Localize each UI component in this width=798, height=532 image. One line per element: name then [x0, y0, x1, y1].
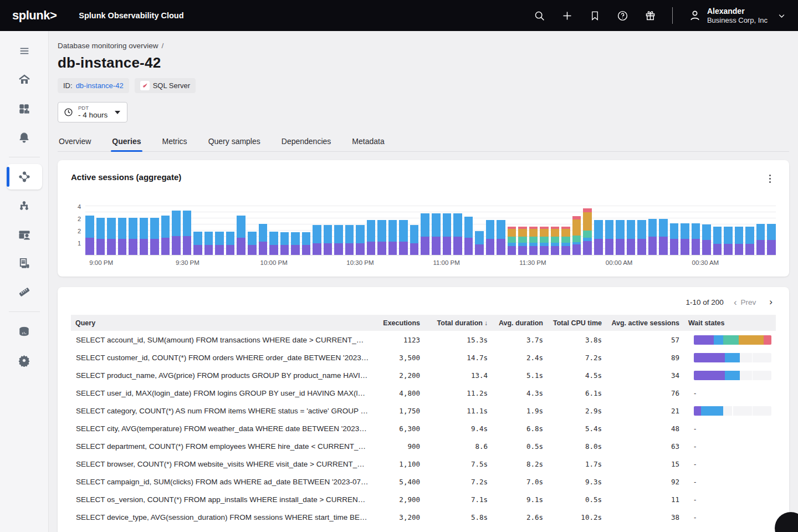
- splunk-logo[interactable]: splunk>: [12, 8, 57, 23]
- wait-states-cell: -: [684, 460, 776, 468]
- sidebar-item-metrics[interactable]: [7, 319, 42, 344]
- chart-bar: [756, 224, 765, 255]
- apm-icon: [18, 170, 31, 183]
- chart-bar: [96, 218, 105, 255]
- database-icon: [18, 325, 30, 338]
- table-row[interactable]: SELECT campaign_id, SUM(clicks) FROM ads…: [71, 473, 776, 490]
- prev-page-button[interactable]: ‹ Prev: [734, 298, 756, 307]
- chart-bar: [702, 224, 711, 255]
- chart-bar: [443, 213, 452, 255]
- wait-states-cell: -: [684, 495, 776, 504]
- chart-bar: [410, 225, 419, 255]
- chart-bar: [237, 216, 245, 255]
- chart-bar: [681, 223, 689, 255]
- chart-bar: [648, 219, 657, 255]
- wait-states-cell: [684, 335, 776, 345]
- table-row[interactable]: SELECT user_id, MAX(login_date) FROM log…: [71, 384, 776, 402]
- chart-bar: [475, 231, 484, 255]
- product-title: Splunk Observability Cloud: [79, 11, 183, 20]
- table-row[interactable]: SELECT department, COUNT(*) FROM employe…: [71, 437, 776, 455]
- chart-bar: [627, 220, 636, 255]
- chart-bar: [204, 232, 213, 255]
- column-header-avg-active-sessions[interactable]: Avg. active sessions: [606, 319, 684, 327]
- sidebar-item-home[interactable]: [7, 67, 42, 93]
- infrastructure-icon: [18, 200, 30, 212]
- chart-bar: [583, 208, 592, 255]
- tab-overview[interactable]: Overview: [58, 134, 92, 151]
- wait-states-cell: [684, 353, 776, 362]
- chart-bar: [226, 232, 235, 255]
- type-chip: SQL Server: [135, 78, 196, 93]
- sidebar-divider: [9, 157, 40, 157]
- sidebar-item-slo[interactable]: [7, 279, 42, 305]
- help-icon[interactable]: [617, 9, 629, 22]
- chart-bar: [497, 220, 505, 255]
- table-row[interactable]: SELECT account_id, SUM(amount) FROM tran…: [71, 331, 776, 349]
- chart-bar: [572, 216, 581, 255]
- table-row[interactable]: SELECT product_name, AVG(price) FROM pro…: [71, 366, 776, 384]
- gear-icon: [18, 354, 30, 367]
- next-page-button[interactable]: ›: [766, 296, 776, 308]
- gift-icon[interactable]: [644, 9, 657, 22]
- chart-bar: [421, 213, 429, 255]
- chart-bar: [767, 224, 776, 255]
- chart-bar: [367, 220, 376, 255]
- column-header-wait-states[interactable]: Wait states: [684, 319, 776, 327]
- chart-bar: [453, 213, 462, 255]
- time-picker-range: - 4 hours: [78, 111, 108, 119]
- chart-bar: [637, 220, 646, 255]
- sidebar-item-apm[interactable]: [7, 164, 42, 190]
- search-icon[interactable]: [534, 9, 546, 22]
- chart-bar: [259, 224, 268, 255]
- chart-bar: [291, 232, 300, 255]
- chart-bar: [313, 225, 321, 255]
- sidebar-item-menu[interactable]: [7, 38, 42, 64]
- table-row[interactable]: SELECT device_type, AVG(session_duration…: [71, 508, 776, 526]
- tab-metrics[interactable]: Metrics: [161, 134, 188, 151]
- active-sessions-chart: 4221: [71, 202, 776, 255]
- table-row[interactable]: SELECT os_version, COUNT(*) FROM app_ins…: [71, 490, 776, 508]
- wait-states-cell: -: [684, 513, 776, 521]
- id-chip: ID: db-instance-42: [58, 78, 129, 93]
- tab-queries[interactable]: Queries: [111, 134, 142, 151]
- column-header-query[interactable]: Query: [71, 319, 374, 327]
- sidebar-item-synthetics[interactable]: [7, 222, 42, 247]
- column-header-executions[interactable]: Executions: [374, 319, 424, 327]
- sidebar-item-settings[interactable]: [7, 347, 42, 373]
- column-header-total-cpu-time[interactable]: Total CPU time: [548, 319, 606, 327]
- chart-bar: [129, 218, 137, 255]
- tab-metadata[interactable]: Metadata: [351, 134, 385, 151]
- user-name: Alexander: [707, 7, 768, 16]
- sidebar-item-logs[interactable]: [7, 250, 42, 276]
- chart-bar: [518, 227, 527, 255]
- tab-dependencies[interactable]: Dependencies: [280, 134, 332, 151]
- chart-bar: [85, 216, 94, 255]
- tab-query-samples[interactable]: Query samples: [207, 134, 262, 151]
- chart-bar: [140, 218, 149, 255]
- column-header-avg-duration[interactable]: Avg. duration: [492, 319, 548, 327]
- breadcrumb-link[interactable]: Database monitoring overview: [58, 42, 158, 50]
- clock-icon: [64, 108, 73, 117]
- sidebar-item-alerts[interactable]: [7, 125, 42, 150]
- chart-bar: [388, 220, 397, 255]
- add-icon[interactable]: [561, 9, 574, 22]
- chart-x-axis: 9:00 PM9:30 PM10:00 PM10:30 PM11:00 PM11…: [85, 255, 776, 268]
- sidebar-item-infrastructure[interactable]: [7, 193, 42, 218]
- sidebar-item-dashboards[interactable]: [7, 96, 42, 121]
- table-row[interactable]: SELECT browser, COUNT(*) FROM website_vi…: [71, 455, 776, 473]
- time-picker[interactable]: PDT - 4 hours: [58, 102, 127, 122]
- chart-title: Active sessions (aggregate): [71, 172, 181, 182]
- column-header-total-duration[interactable]: Total duration↓: [424, 319, 492, 327]
- chart-bar: [540, 227, 549, 255]
- chart-bar: [616, 220, 625, 255]
- table-row[interactable]: SELECT category, COUNT(*) AS num FROM it…: [71, 402, 776, 420]
- chart-bar: [529, 227, 538, 255]
- id-chip-link[interactable]: db-instance-42: [76, 81, 124, 90]
- table-row[interactable]: SELECT customer_id, COUNT(*) FROM orders…: [71, 349, 776, 366]
- table-row[interactable]: SELECT city, AVG(temperature) FROM weath…: [71, 420, 776, 437]
- table-row[interactable]: SELECT country, COUNT(*) FROM signups WH…: [71, 526, 776, 532]
- tab-bar: OverviewQueriesMetricsQuery samplesDepen…: [58, 134, 789, 152]
- user-menu[interactable]: Alexander Business Corp, Inc: [688, 7, 786, 25]
- bookmark-icon[interactable]: [589, 9, 601, 22]
- kebab-menu-icon[interactable]: [764, 172, 776, 185]
